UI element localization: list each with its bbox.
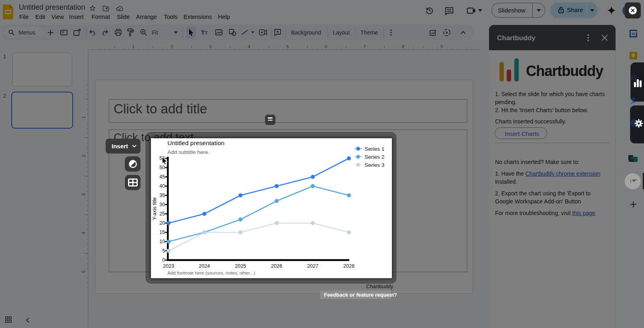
svg-text:20: 20	[159, 220, 165, 226]
svg-text:5: 5	[162, 248, 165, 254]
svg-text:Add subtitle here.: Add subtitle here.	[167, 149, 210, 155]
svg-text:2027: 2027	[307, 263, 318, 269]
svg-text:2023: 2023	[163, 263, 174, 269]
svg-text:2024: 2024	[199, 263, 210, 269]
svg-text:Series 3: Series 3	[365, 162, 385, 168]
svg-text:2026: 2026	[271, 263, 282, 269]
svg-text:30: 30	[159, 202, 165, 207]
svg-text:2025: 2025	[235, 263, 246, 269]
svg-text:35: 35	[159, 193, 165, 198]
svg-text:Y-axis title: Y-axis title	[152, 197, 157, 220]
svg-text:2028: 2028	[343, 263, 355, 269]
svg-text:40: 40	[159, 183, 165, 189]
svg-text:Add footnote here (sources, no: Add footnote here (sources, notes, other…	[167, 271, 255, 275]
svg-text:45: 45	[159, 174, 165, 180]
svg-text:Series 1: Series 1	[365, 146, 385, 152]
svg-text:Untitled presentation: Untitled presentation	[167, 139, 224, 146]
svg-text:50: 50	[159, 165, 165, 170]
svg-text:Series 2: Series 2	[365, 154, 385, 160]
svg-text:25: 25	[159, 211, 165, 217]
svg-text:15: 15	[159, 230, 165, 235]
svg-text:10: 10	[159, 239, 165, 244]
svg-text:0: 0	[162, 257, 165, 263]
